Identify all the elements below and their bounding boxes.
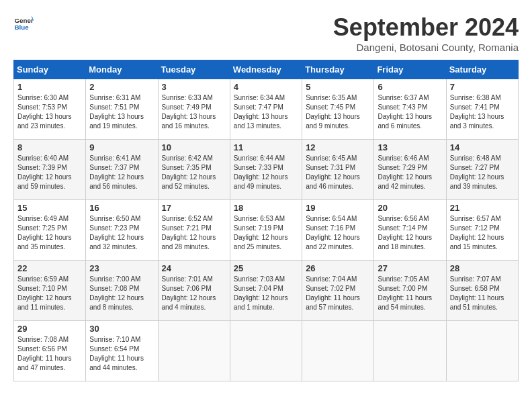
day-info: Sunrise: 6:52 AMSunset: 7:21 PMDaylight:… [162, 214, 226, 252]
day-info: Sunrise: 6:54 AMSunset: 7:16 PMDaylight:… [306, 214, 370, 252]
calendar-cell: 18Sunrise: 6:53 AMSunset: 7:19 PMDayligh… [230, 200, 302, 261]
calendar-week-row-2: 8Sunrise: 6:40 AMSunset: 7:39 PMDaylight… [14, 140, 519, 200]
day-number: 23 [89, 263, 154, 273]
calendar-cell [446, 321, 518, 381]
day-info: Sunrise: 7:07 AMSunset: 6:58 PMDaylight:… [450, 275, 515, 312]
day-number: 25 [234, 263, 298, 273]
calendar-cell: 20Sunrise: 6:56 AMSunset: 7:14 PMDayligh… [374, 200, 446, 261]
calendar-cell: 10Sunrise: 6:42 AMSunset: 7:35 PMDayligh… [158, 140, 230, 200]
day-number: 13 [378, 142, 442, 152]
generalblue-logo-icon: General Blue [13, 13, 34, 34]
page-header: General Blue September 2024 Dangeni, Bot… [13, 13, 519, 53]
weekday-header-friday: Friday [374, 60, 446, 79]
weekday-header-sunday: Sunday [14, 60, 86, 79]
calendar-table: SundayMondayTuesdayWednesdayThursdayFrid… [13, 60, 519, 381]
day-number: 16 [89, 203, 154, 213]
month-title: September 2024 [333, 13, 519, 42]
weekday-header-saturday: Saturday [446, 60, 518, 79]
calendar-cell: 28Sunrise: 7:07 AMSunset: 6:58 PMDayligh… [446, 261, 518, 321]
svg-text:General: General [15, 17, 34, 24]
weekday-header-monday: Monday [86, 60, 158, 79]
day-info: Sunrise: 6:45 AMSunset: 7:31 PMDaylight:… [306, 154, 370, 191]
calendar-cell: 21Sunrise: 6:57 AMSunset: 7:12 PMDayligh… [446, 200, 518, 261]
title-block: September 2024 Dangeni, Botosani County,… [333, 13, 519, 53]
calendar-cell: 12Sunrise: 6:45 AMSunset: 7:31 PMDayligh… [302, 140, 374, 200]
calendar-cell: 13Sunrise: 6:46 AMSunset: 7:29 PMDayligh… [374, 140, 446, 200]
day-info: Sunrise: 6:46 AMSunset: 7:29 PMDaylight:… [378, 154, 442, 191]
calendar-cell [158, 321, 230, 381]
calendar-week-row-1: 1Sunrise: 6:30 AMSunset: 7:53 PMDaylight… [14, 79, 519, 140]
calendar-cell: 19Sunrise: 6:54 AMSunset: 7:16 PMDayligh… [302, 200, 374, 261]
calendar-cell [374, 321, 446, 381]
day-number: 20 [378, 203, 442, 213]
calendar-cell: 24Sunrise: 7:01 AMSunset: 7:06 PMDayligh… [158, 261, 230, 321]
day-number: 4 [234, 82, 298, 92]
day-info: Sunrise: 6:38 AMSunset: 7:41 PMDaylight:… [450, 93, 515, 131]
calendar-cell: 27Sunrise: 7:05 AMSunset: 7:00 PMDayligh… [374, 261, 446, 321]
day-info: Sunrise: 6:59 AMSunset: 7:10 PMDaylight:… [17, 275, 82, 312]
day-number: 30 [89, 324, 154, 334]
day-info: Sunrise: 6:56 AMSunset: 7:14 PMDaylight:… [378, 214, 442, 252]
calendar-cell: 1Sunrise: 6:30 AMSunset: 7:53 PMDaylight… [14, 79, 86, 140]
calendar-cell: 25Sunrise: 7:03 AMSunset: 7:04 PMDayligh… [230, 261, 302, 321]
day-info: Sunrise: 7:08 AMSunset: 6:56 PMDaylight:… [17, 335, 82, 373]
day-info: Sunrise: 6:42 AMSunset: 7:35 PMDaylight:… [162, 154, 226, 191]
day-info: Sunrise: 6:33 AMSunset: 7:49 PMDaylight:… [162, 93, 226, 131]
day-number: 17 [162, 203, 226, 213]
day-number: 10 [162, 142, 226, 152]
calendar-cell: 8Sunrise: 6:40 AMSunset: 7:39 PMDaylight… [14, 140, 86, 200]
day-number: 8 [17, 142, 82, 152]
calendar-cell [302, 321, 374, 381]
calendar-cell: 15Sunrise: 6:49 AMSunset: 7:25 PMDayligh… [14, 200, 86, 261]
svg-text:Blue: Blue [15, 24, 30, 31]
calendar-cell: 5Sunrise: 6:35 AMSunset: 7:45 PMDaylight… [302, 79, 374, 140]
weekday-header-tuesday: Tuesday [158, 60, 230, 79]
calendar-cell: 30Sunrise: 7:10 AMSunset: 6:54 PMDayligh… [86, 321, 158, 381]
day-info: Sunrise: 7:01 AMSunset: 7:06 PMDaylight:… [162, 275, 226, 312]
calendar-cell: 22Sunrise: 6:59 AMSunset: 7:10 PMDayligh… [14, 261, 86, 321]
calendar-cell: 14Sunrise: 6:48 AMSunset: 7:27 PMDayligh… [446, 140, 518, 200]
day-info: Sunrise: 7:04 AMSunset: 7:02 PMDaylight:… [306, 275, 370, 312]
day-number: 3 [162, 82, 226, 92]
day-info: Sunrise: 7:10 AMSunset: 6:54 PMDaylight:… [89, 335, 154, 373]
day-number: 19 [306, 203, 370, 213]
day-info: Sunrise: 6:50 AMSunset: 7:23 PMDaylight:… [89, 214, 154, 252]
day-number: 28 [450, 263, 515, 273]
day-info: Sunrise: 6:40 AMSunset: 7:39 PMDaylight:… [17, 154, 82, 191]
day-number: 2 [89, 82, 154, 92]
calendar-cell [230, 321, 302, 381]
day-number: 22 [17, 263, 82, 273]
calendar-cell: 4Sunrise: 6:34 AMSunset: 7:47 PMDaylight… [230, 79, 302, 140]
weekday-header-row: SundayMondayTuesdayWednesdayThursdayFrid… [14, 60, 519, 79]
day-number: 14 [450, 142, 515, 152]
calendar-cell: 7Sunrise: 6:38 AMSunset: 7:41 PMDaylight… [446, 79, 518, 140]
calendar-cell: 16Sunrise: 6:50 AMSunset: 7:23 PMDayligh… [86, 200, 158, 261]
day-number: 29 [17, 324, 82, 334]
day-info: Sunrise: 6:57 AMSunset: 7:12 PMDaylight:… [450, 214, 515, 252]
calendar-cell: 3Sunrise: 6:33 AMSunset: 7:49 PMDaylight… [158, 79, 230, 140]
calendar-week-row-5: 29Sunrise: 7:08 AMSunset: 6:56 PMDayligh… [14, 321, 519, 381]
day-number: 15 [17, 203, 82, 213]
day-info: Sunrise: 6:31 AMSunset: 7:51 PMDaylight:… [89, 93, 154, 131]
calendar-week-row-3: 15Sunrise: 6:49 AMSunset: 7:25 PMDayligh… [14, 200, 519, 261]
day-number: 18 [234, 203, 298, 213]
day-info: Sunrise: 6:48 AMSunset: 7:27 PMDaylight:… [450, 154, 515, 191]
logo: General Blue [13, 13, 34, 34]
day-info: Sunrise: 6:37 AMSunset: 7:43 PMDaylight:… [378, 93, 442, 131]
day-number: 27 [378, 263, 442, 273]
day-info: Sunrise: 6:34 AMSunset: 7:47 PMDaylight:… [234, 93, 298, 131]
day-info: Sunrise: 7:00 AMSunset: 7:08 PMDaylight:… [89, 275, 154, 312]
calendar-cell: 23Sunrise: 7:00 AMSunset: 7:08 PMDayligh… [86, 261, 158, 321]
day-info: Sunrise: 6:44 AMSunset: 7:33 PMDaylight:… [234, 154, 298, 191]
calendar-cell: 9Sunrise: 6:41 AMSunset: 7:37 PMDaylight… [86, 140, 158, 200]
calendar-cell: 17Sunrise: 6:52 AMSunset: 7:21 PMDayligh… [158, 200, 230, 261]
day-number: 24 [162, 263, 226, 273]
day-number: 1 [17, 82, 82, 92]
day-info: Sunrise: 7:03 AMSunset: 7:04 PMDaylight:… [234, 275, 298, 312]
location-subtitle: Dangeni, Botosani County, Romania [333, 42, 519, 53]
day-info: Sunrise: 6:49 AMSunset: 7:25 PMDaylight:… [17, 214, 82, 252]
day-info: Sunrise: 6:35 AMSunset: 7:45 PMDaylight:… [306, 93, 370, 131]
day-info: Sunrise: 6:53 AMSunset: 7:19 PMDaylight:… [234, 214, 298, 252]
day-number: 9 [89, 142, 154, 152]
calendar-cell: 26Sunrise: 7:04 AMSunset: 7:02 PMDayligh… [302, 261, 374, 321]
